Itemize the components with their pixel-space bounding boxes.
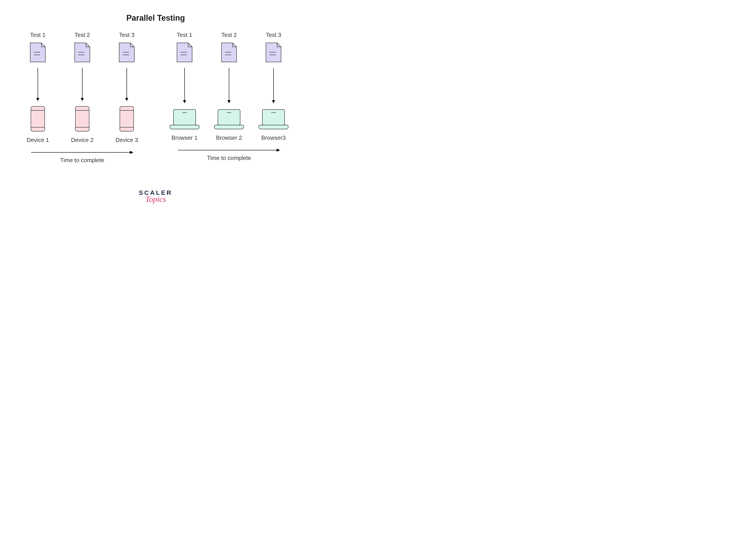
- target-label: Browser3: [261, 134, 286, 141]
- time-arrow-icon: [178, 148, 280, 152]
- diagram-title: Parallel Testing: [18, 13, 293, 23]
- devices-row: Test 1: [22, 31, 142, 143]
- svg-marker-22: [130, 151, 133, 154]
- svg-rect-4: [31, 106, 45, 131]
- device-col: Test 1: [22, 31, 53, 143]
- svg-marker-3: [36, 98, 39, 101]
- target-label: Device 1: [27, 136, 49, 143]
- arrow-down-icon: [227, 68, 231, 103]
- file-icon: [265, 42, 283, 63]
- phone-icon: [119, 105, 135, 132]
- file-icon: [73, 42, 91, 63]
- svg-rect-27: [173, 110, 196, 125]
- laptop-icon: [214, 108, 245, 130]
- browser-col: Test 1: [169, 31, 200, 141]
- browser-col: Test 3: [258, 31, 289, 141]
- svg-marker-42: [277, 149, 280, 152]
- arrow-down-icon: [271, 68, 276, 103]
- laptop-icon: [169, 108, 200, 130]
- time-label: Time to complete: [60, 157, 104, 164]
- svg-marker-10: [81, 98, 84, 101]
- device-col: Test 3: [111, 31, 142, 143]
- device-col: Test 2: [67, 31, 98, 143]
- test-label: Test 1: [30, 31, 45, 38]
- file-icon: [29, 42, 47, 63]
- phone-icon: [30, 105, 45, 132]
- test-label: Test 2: [75, 31, 90, 38]
- test-label: Test 2: [221, 31, 237, 38]
- target-label: Browser 1: [171, 134, 197, 141]
- svg-rect-11: [75, 106, 89, 131]
- svg-rect-33: [218, 110, 240, 125]
- test-label: Test 3: [119, 31, 134, 38]
- target-label: Device 2: [71, 136, 94, 143]
- arrow-down-icon: [35, 68, 40, 101]
- file-icon: [220, 42, 238, 63]
- svg-marker-38: [272, 100, 275, 103]
- file-icon: [176, 42, 193, 63]
- diagram-body: Test 1: [18, 31, 293, 164]
- arrow-down-icon: [80, 68, 85, 101]
- browsers-row: Test 1: [169, 31, 289, 141]
- time-arrow-icon: [31, 150, 133, 155]
- test-label: Test 3: [266, 31, 281, 38]
- brand-logo: SCALER Topics: [139, 189, 172, 204]
- svg-marker-17: [125, 98, 128, 101]
- browsers-group: Test 1: [169, 31, 289, 164]
- devices-group: Test 1: [22, 31, 142, 164]
- svg-rect-18: [120, 106, 134, 131]
- svg-marker-26: [183, 100, 186, 103]
- target-label: Device 3: [115, 136, 138, 143]
- svg-marker-32: [227, 100, 230, 103]
- file-icon: [118, 42, 136, 63]
- arrow-down-icon: [125, 68, 129, 101]
- phone-icon: [75, 105, 90, 132]
- test-label: Test 1: [177, 31, 192, 38]
- browser-col: Test 2: [214, 31, 245, 141]
- arrow-down-icon: [182, 68, 187, 103]
- target-label: Browser 2: [216, 134, 242, 141]
- time-label: Time to complete: [207, 155, 251, 161]
- svg-rect-39: [262, 110, 284, 125]
- laptop-icon: [258, 108, 289, 130]
